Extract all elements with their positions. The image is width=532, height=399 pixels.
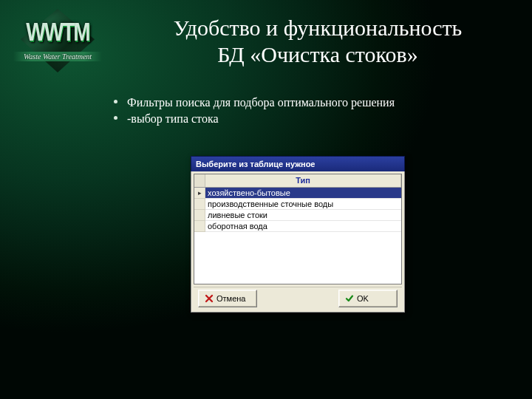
- row-indicator-icon: [194, 210, 205, 221]
- table-row[interactable]: оборотная вода: [194, 221, 401, 232]
- ok-label: OK: [357, 294, 369, 303]
- row-indicator-icon: [194, 188, 205, 199]
- table-row[interactable]: производственные сточные воды: [194, 199, 401, 210]
- slide-title-line1: Удобство и функциональность: [174, 16, 463, 40]
- dialog-body: Тип хозяйствено-бытовые производственные…: [191, 171, 405, 313]
- grid-rows: хозяйствено-бытовые производственные сто…: [194, 188, 401, 232]
- ok-icon: [345, 294, 354, 303]
- row-cell: ливневые стоки: [205, 210, 401, 221]
- dialog-titlebar: Выберите из таблице нужное: [191, 156, 405, 171]
- row-indicator-icon: [194, 221, 205, 232]
- table-row[interactable]: ливневые стоки: [194, 210, 401, 221]
- select-type-dialog: Выберите из таблице нужное Тип хозяйстве…: [191, 156, 405, 313]
- bullet-item: Фильтры поиска для подбора оптимального …: [111, 95, 510, 111]
- row-indicator-icon: [194, 199, 205, 210]
- cancel-label: Отмена: [216, 294, 245, 303]
- grid-header: Тип: [194, 174, 401, 188]
- cancel-button[interactable]: Отмена: [198, 290, 257, 307]
- row-cell: производственные сточные воды: [205, 199, 401, 210]
- app-logo: WWTM Waste Water Treatment: [13, 7, 102, 74]
- ok-button[interactable]: OK: [338, 290, 398, 307]
- slide-title-line2: БД «Очистка стоков»: [217, 42, 417, 66]
- bullet-item: -выбор типа стока: [111, 111, 510, 127]
- slide-title: Удобство и функциональность БД «Очистка …: [118, 15, 517, 68]
- logo-subtitle: Waste Water Treatment: [13, 52, 102, 61]
- row-cell: оборотная вода: [205, 221, 401, 232]
- row-cell: хозяйствено-бытовые: [205, 188, 401, 199]
- grid-column-type[interactable]: Тип: [205, 174, 401, 187]
- dialog-button-bar: Отмена OK: [194, 287, 402, 310]
- table-row[interactable]: хозяйствено-бытовые: [194, 188, 401, 199]
- logo-wordmark: WWTM: [13, 18, 102, 47]
- type-grid[interactable]: Тип хозяйствено-бытовые производственные…: [194, 174, 402, 284]
- cancel-icon: [205, 294, 214, 303]
- bullet-list: Фильтры поиска для подбора оптимального …: [111, 95, 510, 126]
- grid-header-gutter: [194, 174, 205, 187]
